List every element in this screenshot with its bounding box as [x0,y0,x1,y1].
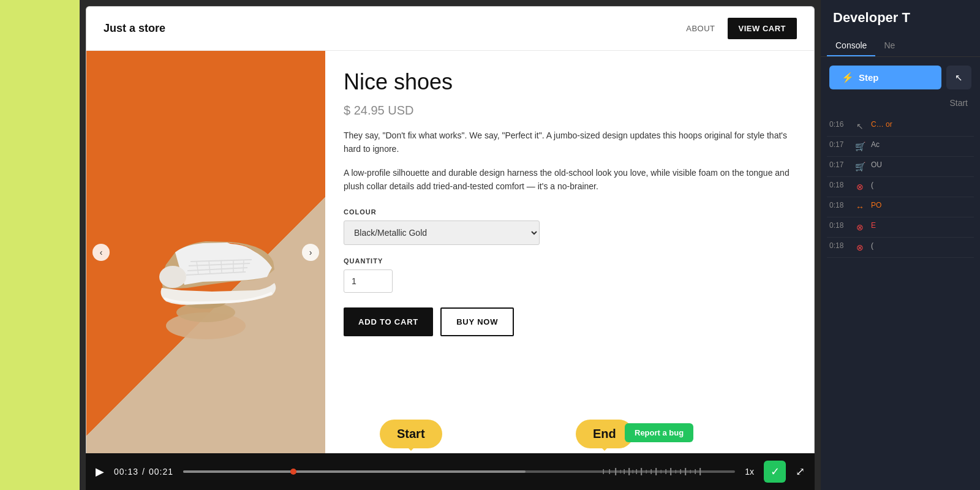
prev-arrow-button[interactable]: ‹ [92,244,110,261]
log-entry: 0:16 ↖ C… or [827,116,974,137]
header-nav: ABOUT VIEW CART [686,18,797,39]
cart-icon: 🛒 [854,140,866,153]
start-label: Start [821,98,980,116]
next-arrow-button[interactable]: › [302,244,319,261]
progress-bar-fill [183,470,526,473]
log-entry: 0:18 ⊗ ( [827,177,974,197]
devtools-title: Developer T [821,10,980,36]
view-cart-button[interactable]: VIEW CART [728,18,797,39]
step-button[interactable]: ⚡ Step [829,66,941,89]
store-window: Just a store ABOUT VIEW CART [86,6,815,453]
log-entry: 0:17 🛒 OU [827,157,974,177]
quantity-field: QUANTITY [344,257,796,307]
check-button[interactable]: ✓ [764,461,786,483]
log-entry: 0:18 ⊗ ( [827,238,974,258]
devtools-tabs: Console Ne [821,36,980,57]
product-description-2: A low-profile silhouette and durable des… [344,166,796,194]
product-image-bg [86,51,325,453]
progress-bar[interactable] [183,470,735,473]
shoe-scene [86,51,325,453]
log-text: ( [871,241,971,250]
tab-network[interactable]: Ne [875,36,903,56]
cart-icon: 🛒 [854,160,866,173]
speed-badge[interactable]: 1x [745,467,754,477]
video-player: ▶ 00:13/00:21 [86,453,815,490]
log-time: 0:16 [829,120,849,129]
product-area: ‹ › Nice shoes $ 24.95 USD They say, "Do… [86,51,814,453]
svg-point-12 [159,266,186,288]
report-bug-button[interactable]: Report a bug [625,423,693,442]
error-icon: ⊗ [854,221,866,233]
product-details: Nice shoes $ 24.95 USD They say, "Don't … [325,51,814,453]
log-time: 0:18 [829,181,849,189]
log-text: Ac [871,140,971,149]
start-tooltip[interactable]: Start [380,420,442,448]
log-text: PO [871,201,971,209]
left-sidebar [0,0,80,490]
store-logo: Just a store [104,22,165,35]
add-to-cart-button[interactable]: ADD TO CART [344,307,433,336]
log-entries: 0:16 ↖ C… or 0:17 🛒 Ac 0:17 🛒 OU 0:18 ⊗ … [821,116,980,480]
product-title: Nice shoes [344,69,796,95]
error-icon: ⊗ [854,181,866,193]
colour-select[interactable]: Black/Metallic Gold White/Red Navy/White… [344,221,540,245]
log-text: ( [871,181,971,189]
tick-marks [570,467,735,477]
time-sep: / [142,467,145,477]
colour-field: COLOUR Black/Metallic Gold White/Red Nav… [344,208,796,257]
step-icon: ⚡ [842,72,854,83]
play-button[interactable]: ▶ [96,465,104,478]
colour-label: COLOUR [344,208,796,216]
product-price: $ 24.95 USD [344,104,796,118]
svg-line-9 [221,260,222,273]
buy-now-button[interactable]: BUY NOW [440,307,514,336]
quantity-input[interactable] [344,270,393,293]
log-text: C… or [871,120,971,129]
store-header: Just a store ABOUT VIEW CART [86,7,814,51]
time-display: 00:13/00:21 [114,467,173,477]
log-text: E [871,221,971,230]
product-description-1: They say, "Don't fix what works". We say… [344,129,796,156]
log-time: 0:18 [829,241,849,250]
expand-button[interactable]: ⤢ [796,465,805,478]
arrow-icon: ↔ [854,201,866,213]
log-entry: 0:17 🛒 Ac [827,137,974,157]
time-current: 00:13 [114,467,138,477]
log-time: 0:17 [829,140,849,149]
step-label: Step [859,72,879,83]
tab-console[interactable]: Console [827,36,875,56]
log-time: 0:18 [829,221,849,230]
main-area: Just a store ABOUT VIEW CART [80,0,821,490]
cursor-button[interactable]: ↖ [946,66,971,89]
cursor-icon: ↖ [854,120,866,132]
product-image-container: ‹ › [86,51,325,453]
progress-dot [290,469,296,475]
error-icon: ⊗ [854,241,866,254]
quantity-label: QUANTITY [344,257,796,265]
svg-line-11 [243,260,244,272]
devtools-panel: Developer T Console Ne ⚡ Step ↖ Start 0:… [821,0,980,490]
log-entry: 0:18 ⊗ E [827,217,974,238]
log-time: 0:17 [829,160,849,169]
shoe-illustration [108,154,304,350]
log-entry: 0:18 ↔ PO [827,197,974,217]
about-link[interactable]: ABOUT [686,24,715,33]
time-total: 00:21 [149,467,173,477]
step-row: ⚡ Step ↖ [821,66,980,89]
log-time: 0:18 [829,201,849,209]
buttons-row: ADD TO CART BUY NOW [344,307,796,336]
log-text: OU [871,160,971,169]
